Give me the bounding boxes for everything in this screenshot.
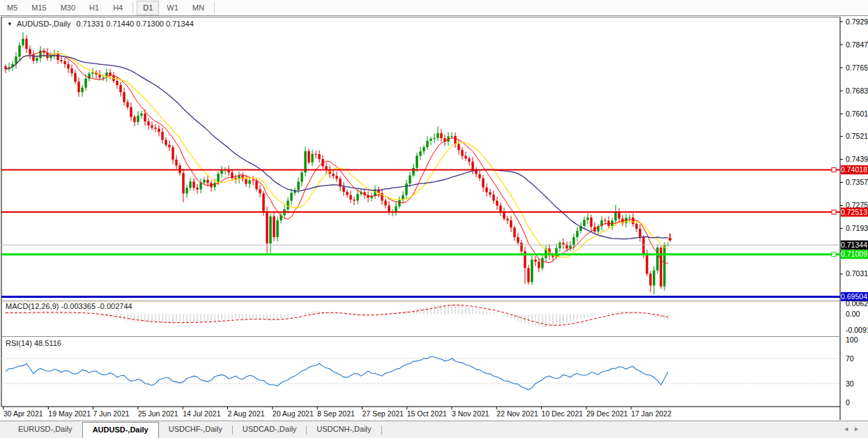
chart-title: ▼AUDUSD-,Daily0.71331 0.71440 0.71300 0.… — [7, 20, 194, 28]
tab-audusd-daily[interactable]: AUDUSD-,Daily — [82, 422, 159, 438]
macd-indicator-label: MACD(12,26,9) -0.003365 -0.002744 — [6, 302, 132, 310]
svg-text:22 Nov 2021: 22 Nov 2021 — [496, 409, 538, 418]
svg-text:30: 30 — [846, 379, 854, 388]
hline-handle[interactable] — [832, 167, 836, 172]
chart-tab-bar: EURUSD-,Daily AUDUSD-,Daily USDCHF-,Dail… — [0, 421, 868, 438]
terminal-window: M5 M15 M30 H1 H4 D1 W1 MN 0.792900.78470… — [0, 0, 868, 438]
timeframe-button-d1[interactable]: D1 — [137, 1, 159, 15]
timeframe-button-w1[interactable]: W1 — [160, 1, 185, 15]
timeframe-button-m15[interactable]: M15 — [25, 1, 52, 15]
chart-ohlc-values: 0.71331 0.71440 0.71300 0.71344 — [77, 20, 194, 28]
svg-text:0.78470: 0.78470 — [846, 40, 868, 49]
svg-text:0.76830: 0.76830 — [846, 86, 868, 95]
svg-text:70: 70 — [846, 354, 854, 363]
tab-divider — [381, 425, 382, 435]
svg-text:0.76010: 0.76010 — [846, 110, 868, 118]
timeframe-toolbar: M5 M15 M30 H1 H4 D1 W1 MN — [0, 0, 868, 16]
tab-scroll-left-icon[interactable]: ◄ — [843, 425, 853, 432]
svg-text:0.72513: 0.72513 — [841, 208, 867, 216]
svg-text:0.00: 0.00 — [846, 310, 860, 318]
svg-text:27 Sep 2021: 27 Sep 2021 — [362, 409, 404, 418]
toolbar-divider — [214, 2, 215, 13]
svg-text:0.74390: 0.74390 — [846, 155, 868, 163]
rsi-indicator-label: RSI(14) 48.5116 — [6, 339, 61, 347]
svg-text:0.0062012: 0.0062012 — [846, 299, 868, 308]
chart-canvas[interactable]: 0.792900.784700.776500.768300.760100.752… — [0, 17, 868, 421]
svg-text:0.75210: 0.75210 — [846, 132, 868, 140]
svg-text:19 May 2021: 19 May 2021 — [48, 409, 91, 418]
svg-text:0.74018: 0.74018 — [841, 165, 867, 174]
collapse-triangle-icon[interactable]: ▼ — [7, 21, 13, 27]
tab-usdcnh-daily[interactable]: USDCNH-,Daily — [307, 421, 381, 438]
svg-text:10 Dec 2021: 10 Dec 2021 — [542, 409, 584, 418]
svg-text:17 Jan 2022: 17 Jan 2022 — [631, 409, 671, 418]
svg-text:0.71009: 0.71009 — [841, 250, 867, 258]
timeframe-button-h4[interactable]: H4 — [107, 1, 129, 15]
svg-text:0.79290: 0.79290 — [846, 17, 868, 26]
chart-symbol-label: AUDUSD-,Daily — [17, 20, 71, 28]
toolbar-divider — [132, 2, 133, 13]
svg-text:30 Apr 2021: 30 Apr 2021 — [3, 409, 43, 418]
tab-usdchf-daily[interactable]: USDCHF-,Daily — [159, 421, 232, 438]
timeframe-button-h1[interactable]: H1 — [83, 1, 105, 15]
svg-text:3 Nov 2021: 3 Nov 2021 — [452, 409, 489, 418]
hline-handle[interactable] — [832, 210, 836, 214]
chart-area[interactable]: 0.792900.784700.776500.768300.760100.752… — [0, 17, 868, 421]
svg-text:0.71344: 0.71344 — [841, 241, 867, 249]
svg-text:-0.0091972: -0.0091972 — [846, 326, 868, 334]
timeframe-button-m30[interactable]: M30 — [54, 1, 82, 15]
svg-text:7 Jun 2021: 7 Jun 2021 — [93, 409, 130, 418]
tab-usdcad-daily[interactable]: USDCAD-,Daily — [233, 421, 307, 438]
svg-text:100: 100 — [846, 335, 858, 344]
hline-handle[interactable] — [832, 252, 836, 257]
svg-text:15 Oct 2021: 15 Oct 2021 — [407, 409, 447, 418]
svg-text:14 Jul 2021: 14 Jul 2021 — [183, 409, 220, 418]
svg-text:29 Dec 2021: 29 Dec 2021 — [586, 409, 628, 418]
svg-text:25 Jun 2021: 25 Jun 2021 — [138, 409, 178, 418]
svg-text:0.77650: 0.77650 — [846, 63, 868, 72]
svg-text:2 Aug 2021: 2 Aug 2021 — [228, 409, 265, 418]
tab-scroll-controls: ◄► — [843, 425, 864, 432]
svg-text:20 Aug 2021: 20 Aug 2021 — [273, 409, 314, 418]
svg-text:0.70310: 0.70310 — [846, 269, 868, 278]
svg-text:0.73570: 0.73570 — [846, 178, 868, 186]
svg-text:0.71930: 0.71930 — [846, 224, 868, 232]
timeframe-button-mn[interactable]: MN — [186, 1, 211, 15]
tab-scroll-right-icon[interactable]: ► — [853, 425, 864, 432]
svg-text:0: 0 — [846, 398, 850, 407]
svg-text:8 Sep 2021: 8 Sep 2021 — [317, 409, 355, 418]
timeframe-button-m5[interactable]: M5 — [1, 1, 24, 15]
tab-eurusd-daily[interactable]: EURUSD-,Daily — [8, 421, 82, 438]
